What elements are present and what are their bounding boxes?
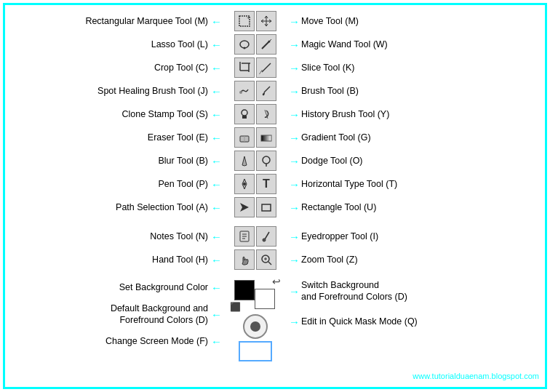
screen-mode-area: [223, 340, 287, 363]
icon-hand[interactable]: [234, 249, 255, 270]
row-screen-mode: Change Screen Mode (F) ←: [9, 329, 223, 353]
row-set-bg: Set Background Color ←: [9, 276, 223, 299]
icon-path-arrow[interactable]: [234, 197, 255, 217]
icons-path: [223, 196, 287, 219]
label-switch-bg: Switch Backgroundand Forefround Colors (…: [301, 279, 407, 303]
icons-marquee: +: [223, 9, 287, 33]
row-healing: Spot Healing Brush Tool (J) ←: [9, 79, 223, 103]
arrow-pen: ←: [210, 178, 223, 191]
row-notes: Notes Tool (N) ←: [9, 225, 223, 248]
svg-point-21: [263, 156, 270, 164]
svg-point-3: [244, 47, 246, 49]
svg-point-30: [263, 239, 266, 241]
background-color-swatch[interactable]: [255, 289, 275, 309]
icon-slice[interactable]: ∕: [256, 57, 276, 78]
arrow-move: →: [287, 15, 301, 28]
row-eraser: Eraser Tool (E) ←: [9, 126, 223, 149]
label-eraser: Eraser Tool (E): [9, 132, 210, 143]
label-histbrush: History Brush Tool (Y): [301, 108, 389, 120]
icons-eraser: [223, 126, 287, 149]
icon-stamp[interactable]: [234, 104, 255, 124]
label-move: Move Tool (M): [301, 15, 359, 27]
label-lasso: Lasso Tool (L): [9, 39, 210, 50]
icon-notes[interactable]: [234, 226, 255, 247]
switch-colors-icon[interactable]: ↩: [272, 276, 281, 287]
row-lasso: Lasso Tool (L) ←: [9, 33, 223, 56]
arrow-lasso: ←: [210, 39, 223, 51]
center-section: + ∕: [223, 5, 287, 387]
svg-point-15: [242, 110, 247, 116]
arrow-crop: ←: [210, 62, 223, 74]
icons-healing: [223, 79, 287, 103]
foreground-color-swatch[interactable]: [234, 280, 255, 300]
label-zoom: Zoom Tool (Z): [301, 254, 358, 265]
row-move: → Move Tool (M): [287, 9, 541, 33]
label-eye: Eyedropper Tool (I): [301, 231, 378, 242]
screen-mode-icon[interactable]: [239, 341, 272, 361]
label-brush: Brush Tool (B): [301, 85, 359, 97]
icon-pen[interactable]: [234, 174, 255, 194]
row-clone: Clone Stamp Tool (S) ←: [9, 103, 223, 126]
icon-marquee[interactable]: +: [234, 11, 255, 31]
arrow-wand: →: [287, 39, 301, 51]
icon-zoom[interactable]: [256, 249, 276, 270]
row-rect: → Rectangle Tool (U): [287, 196, 541, 219]
icons-notes: [223, 225, 287, 248]
icon-wand[interactable]: [256, 34, 276, 55]
icon-rect[interactable]: [256, 197, 276, 217]
row-blur: Blur Tool (B) ←: [9, 149, 223, 172]
label-crop: Crop Tool (C): [9, 62, 210, 73]
default-colors-icon[interactable]: ⬛: [230, 302, 241, 312]
row-brush: → Brush Tool (B): [287, 79, 541, 103]
icon-dodge[interactable]: [256, 151, 276, 171]
arrow-clone: ←: [210, 108, 223, 121]
row-pen: Pen Tool (P) ←: [9, 172, 223, 196]
row-marquee: Rectangular Marquee Tool (M) ←: [9, 9, 223, 33]
row-dodge: → Dodge Tool (O): [287, 149, 541, 172]
svg-line-4: [262, 41, 269, 49]
svg-rect-20: [261, 135, 271, 141]
svg-line-29: [265, 232, 269, 239]
icon-eraser[interactable]: [234, 127, 255, 148]
icon-crop[interactable]: [234, 57, 255, 78]
label-notes: Notes Tool (N): [9, 231, 210, 242]
icon-brush[interactable]: [256, 81, 276, 101]
row-hand: Hand Tool (H) ←: [9, 248, 223, 271]
left-section: Rectangular Marquee Tool (M) ← Lasso Too…: [5, 5, 223, 387]
arrow-healing: ←: [210, 85, 223, 97]
color-swatch-area: ↩ ⬛: [223, 274, 287, 313]
arrow-blur: ←: [210, 155, 223, 167]
label-path: Path Selection Tool (A): [9, 201, 210, 213]
row-eye: → Eyedropper Tool (I): [287, 225, 541, 248]
quick-mask-icon[interactable]: [243, 314, 268, 339]
icon-healing[interactable]: [234, 81, 255, 101]
icon-blur[interactable]: [234, 151, 255, 171]
label-rect: Rectangle Tool (U): [301, 201, 376, 213]
svg-point-13: [239, 91, 242, 94]
row-default-colors: Default Background andForefround Colors …: [9, 299, 223, 329]
row-type: → Horizontal Type Tool (T): [287, 172, 541, 196]
label-gradient: Gradient Tool (G): [301, 132, 371, 143]
row-path: Path Selection Tool (A) ←: [9, 196, 223, 219]
arrow-switch-bg: →: [287, 285, 301, 297]
icon-eyedropper[interactable]: [256, 226, 276, 247]
arrow-gradient: →: [287, 132, 301, 144]
icon-type[interactable]: T: [256, 174, 276, 194]
svg-point-23: [243, 183, 246, 185]
color-swatches: ↩ ⬛: [230, 276, 281, 312]
svg-text:+: +: [247, 15, 250, 21]
arrow-histbrush: →: [287, 108, 301, 121]
arrow-dodge: →: [287, 155, 301, 167]
icon-lasso[interactable]: [234, 34, 255, 55]
row-wand: → Magic Wand Tool (W): [287, 33, 541, 56]
arrow-hand: ←: [210, 254, 223, 266]
icon-gradient[interactable]: [256, 127, 276, 148]
label-healing: Spot Healing Brush Tool (J): [9, 85, 210, 97]
icon-histbrush[interactable]: [256, 104, 276, 124]
right-section: → Move Tool (M) → Magic Wand Tool (W) → …: [287, 5, 545, 387]
icon-move[interactable]: [256, 11, 276, 31]
icons-lasso: [223, 33, 287, 56]
label-slice: Slice Tool (K): [301, 62, 354, 73]
icons-crop: ∕: [223, 56, 287, 79]
row-crop: Crop Tool (C) ←: [9, 56, 223, 79]
